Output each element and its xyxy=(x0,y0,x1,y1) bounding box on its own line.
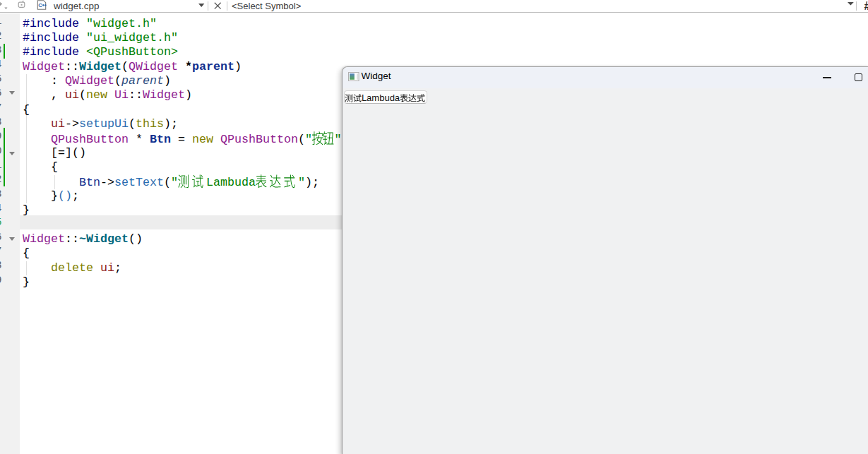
svg-text:C: C xyxy=(38,2,42,8)
